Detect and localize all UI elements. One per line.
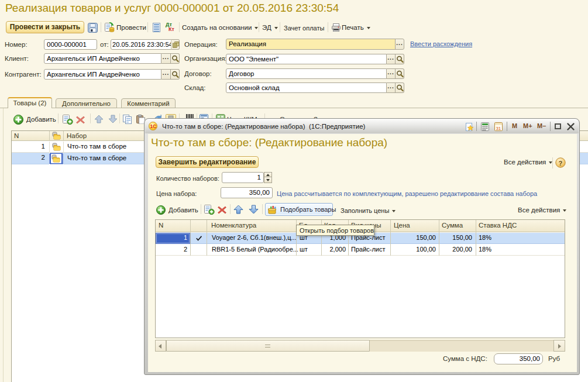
svg-text:31: 31 [496, 126, 501, 131]
svg-text:?: ? [559, 160, 563, 167]
svg-text:1С: 1С [150, 123, 157, 129]
